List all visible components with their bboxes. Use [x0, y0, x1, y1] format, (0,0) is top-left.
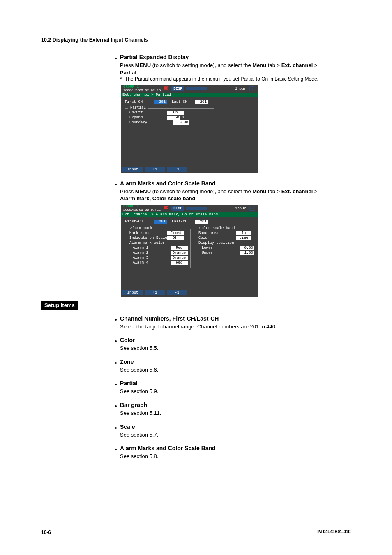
- progress-bar: [186, 87, 207, 90]
- timestamp: 2008/12/03 02:07:15: [121, 89, 161, 92]
- bullet-dot: [115, 362, 117, 364]
- lower-label: Lower: [198, 246, 240, 250]
- camera-icon: ◎: [249, 206, 255, 211]
- onoff-value[interactable]: On: [167, 111, 184, 115]
- flag-icon: [163, 206, 169, 211]
- band-area-label: Band area: [198, 231, 236, 235]
- alarm3-label: Alarm 3: [129, 256, 171, 260]
- partial-note: *The Partial command appears in the menu…: [120, 76, 351, 83]
- last-ch-label: Last-CH: [172, 220, 187, 224]
- section-header: 10.2 Displaying the External Input Chann…: [41, 37, 351, 44]
- alarm3-value[interactable]: Orange: [171, 256, 188, 260]
- partial-title: Partial Expanded Display: [120, 54, 189, 60]
- band-area-value[interactable]: In: [236, 231, 251, 235]
- plus1-button[interactable]: +1: [145, 167, 165, 172]
- color-scale-band-fieldset: Color scale band Band areaIn ColorLime D…: [194, 229, 257, 268]
- minus1-button[interactable]: -1: [167, 290, 187, 295]
- alarm-paragraph: Press MENU (to switch to setting mode), …: [120, 188, 351, 202]
- expand-unit: %: [182, 116, 184, 120]
- screenshot-alarm: GROUP 1 2008/12/03 02:07:55 DISP 1hour ◎…: [121, 205, 258, 297]
- setup-color-body: See section 5.5.: [120, 345, 351, 352]
- screenshot-footer: Input +1 -1: [121, 166, 258, 173]
- last-ch-label: Last-CH: [172, 100, 187, 104]
- display-position-label: Display position: [198, 241, 236, 245]
- camera-icon: ◎: [249, 86, 255, 91]
- setup-partial-title: Partial: [120, 380, 138, 386]
- bullet-dot: [115, 427, 117, 429]
- boundary-value[interactable]: 0.00: [173, 120, 189, 125]
- boundary-label: Boundary: [129, 120, 167, 125]
- minus1-button[interactable]: -1: [167, 167, 187, 172]
- alarm-title: Alarm Marks and Color Scale Band: [120, 180, 216, 187]
- last-ch-value[interactable]: 201: [195, 220, 208, 224]
- screenshot-titlebar: GROUP 1 2008/12/03 02:07:55 DISP 1hour ◎: [121, 205, 258, 212]
- setup-bargraph-title: Bar graph: [120, 402, 147, 408]
- fieldset-legend: Partial: [129, 106, 148, 110]
- time-range: 1hour: [235, 87, 246, 91]
- setup-color-title: Color: [120, 337, 135, 343]
- progress-bar: [186, 207, 207, 210]
- disp-badge: DISP: [171, 206, 184, 211]
- disp-badge: DISP: [171, 86, 184, 91]
- fieldset-legend: Alarm mark: [129, 226, 154, 230]
- plus1-button[interactable]: +1: [145, 290, 165, 295]
- setup-zone-title: Zone: [120, 358, 134, 365]
- partial-paragraph: Press MENU (to switch to setting mode), …: [120, 62, 351, 76]
- page-number: 10-6: [41, 530, 51, 535]
- upper-label: Upper: [198, 251, 240, 255]
- time-range: 1hour: [235, 206, 246, 210]
- last-ch-value[interactable]: 201: [195, 100, 208, 104]
- mark-kind-value[interactable]: Fixed: [167, 231, 184, 235]
- setup-alarm-title: Alarm Marks and Color Scale Band: [120, 445, 216, 451]
- bullet-dot: [115, 449, 117, 450]
- fieldset-legend: Color scale band: [198, 226, 236, 230]
- screenshot-footer: Input +1 -1: [121, 289, 258, 297]
- alarm2-value[interactable]: Orange: [171, 251, 188, 255]
- first-ch-value[interactable]: 201: [154, 100, 167, 104]
- screenshot-titlebar: GROUP 1 2008/12/03 02:07:15 DISP 1hour ◎: [121, 85, 258, 92]
- upper-value[interactable]: 1.00: [240, 251, 254, 255]
- partial-fieldset: Partial On/OffOn Expand50% Boundary0.00: [125, 108, 214, 128]
- indicate-scale-label: Indicate on Scale: [129, 236, 167, 240]
- flag-icon: [163, 86, 169, 91]
- first-ch-value[interactable]: 201: [154, 220, 167, 224]
- setup-channel-title: Channel Numbers, First-CH/Last-CH: [120, 315, 219, 322]
- setup-partial-body: See section 5.9.: [120, 388, 351, 395]
- alarm2-label: Alarm 2: [129, 251, 171, 255]
- setup-scale-title: Scale: [120, 423, 135, 430]
- input-button[interactable]: Input: [122, 290, 143, 295]
- input-button[interactable]: Input: [122, 167, 143, 172]
- setup-alarm-body: See section 5.8.: [120, 453, 351, 460]
- alarm-mark-fieldset: Alarm mark Mark kindFixed Indicate on Sc…: [125, 229, 191, 268]
- setup-items-heading: Setup Items: [41, 301, 78, 310]
- bullet-dot: [115, 58, 117, 59]
- breadcrumb: Ext. channel > Alarm mark, Color scale b…: [121, 212, 258, 217]
- alarm4-value[interactable]: Red: [171, 261, 188, 265]
- breadcrumb: Ext. channel > Partial: [121, 92, 258, 97]
- document-id: IM 04L42B01-01E: [317, 530, 351, 535]
- alarm1-value[interactable]: Red: [171, 246, 188, 250]
- bullet-dot: [115, 384, 117, 385]
- timestamp: 2008/12/03 02:07:55: [121, 208, 161, 212]
- expand-label: Expand: [129, 116, 167, 120]
- indicate-scale-value[interactable]: Off: [167, 236, 184, 240]
- bullet-dot: [115, 184, 117, 185]
- alarm1-label: Alarm 1: [129, 246, 171, 250]
- alarm-mark-color-label: Alarm mark color: [129, 241, 167, 245]
- lower-value[interactable]: 0.00: [240, 246, 254, 250]
- first-ch-label: First-CH: [125, 220, 154, 224]
- color-value[interactable]: Lime: [236, 236, 251, 240]
- setup-scale-body: See section 5.7.: [120, 431, 351, 439]
- setup-zone-body: See section 5.6.: [120, 366, 351, 374]
- bullet-dot: [115, 340, 117, 342]
- color-label: Color: [198, 236, 236, 240]
- bullet-dot: [115, 405, 117, 407]
- mark-kind-label: Mark kind: [129, 231, 167, 235]
- first-ch-label: First-CH: [125, 100, 154, 104]
- page-footer: 10-6 IM 04L42B01-01E: [41, 528, 351, 535]
- expand-value[interactable]: 50: [167, 116, 180, 120]
- screenshot-partial: GROUP 1 2008/12/03 02:07:15 DISP 1hour ◎…: [121, 85, 258, 173]
- setup-channel-body: Select the target channel range. Channel…: [120, 323, 351, 331]
- bullet-dot: [115, 319, 117, 321]
- onoff-label: On/Off: [129, 111, 167, 115]
